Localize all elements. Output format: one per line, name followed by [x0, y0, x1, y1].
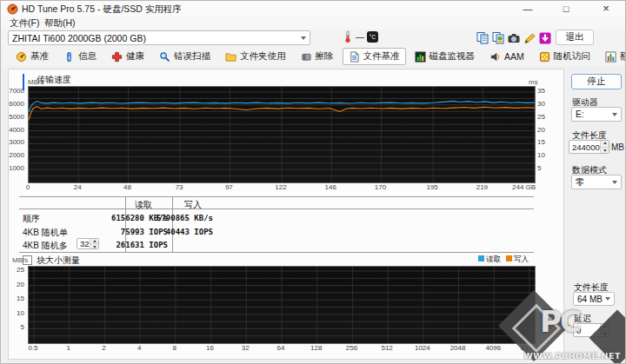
- gauge-icon: [16, 51, 27, 63]
- tab-随机访问[interactable]: 随机访问: [533, 48, 596, 65]
- row-random-single-read: 75993 IOPS: [121, 228, 168, 236]
- chevron-down-icon: [605, 297, 610, 301]
- exit-button[interactable]: 退出: [556, 30, 594, 45]
- tab-健康[interactable]: 健康: [105, 48, 150, 65]
- copy-text-icon[interactable]: [476, 31, 489, 45]
- queue-depth-value: 32: [80, 239, 90, 248]
- tab-label: 健康: [126, 50, 144, 63]
- chart2-plot: [28, 266, 536, 344]
- thermometer-icon: [343, 30, 352, 47]
- block-file-length-value: 64 MB: [577, 295, 603, 304]
- chart1-y-unit: MB/s: [28, 78, 43, 86]
- temperature-unit-badge[interactable]: °C: [367, 31, 378, 43]
- chevron-down-icon: [612, 181, 617, 184]
- file-length-value: 244000: [572, 142, 600, 152]
- chart1-y-axis: 7000600050004000300020001000: [9, 86, 26, 182]
- tab-文件夹使用[interactable]: 文件夹使用: [219, 48, 292, 65]
- chevron-down-icon: [612, 113, 617, 116]
- info-icon: [63, 51, 75, 63]
- benchmark-panel: 传输速度 MB/s ms 700060005000400030002000100…: [8, 69, 564, 360]
- block-file-length-combo[interactable]: 64 MB: [573, 292, 615, 306]
- folder-icon: [225, 51, 236, 63]
- tab-基准[interactable]: 基准: [10, 48, 55, 65]
- extra-chart-icon: [605, 51, 616, 63]
- spin-down-icon: [600, 330, 609, 337]
- menu-help[interactable]: 帮助(H): [43, 17, 77, 30]
- chart1-right-unit: ms: [529, 78, 538, 86]
- camera-icon[interactable]: [507, 31, 521, 45]
- drive-selector-value: ZHITAI Ti600 2000GB (2000 GB): [12, 33, 146, 43]
- row-sequential-write: 5790865 KB/s: [156, 214, 213, 222]
- eraser-icon: [301, 51, 312, 63]
- chart1-right-axis: 3530252015105: [536, 86, 551, 182]
- pencil-icon[interactable]: [523, 31, 536, 45]
- legend-read-swatch: [478, 255, 484, 261]
- download-icon[interactable]: [538, 31, 552, 45]
- drive-combo[interactable]: E:: [571, 107, 622, 122]
- data-pattern-value: 零: [576, 176, 584, 189]
- tab-label: 磁盘监视器: [430, 50, 476, 63]
- magnifier-icon: [159, 51, 170, 63]
- tab-AAM[interactable]: AAM: [483, 49, 530, 65]
- window-title: HD Tune Pro 5.75 - 硬盘/SSD 实用程序: [22, 3, 182, 16]
- minimize-button[interactable]: —: [510, 1, 545, 16]
- chart2-x-axis: 0.512481632641282565121024204840968192: [28, 345, 534, 354]
- dice-icon: [539, 51, 550, 63]
- legend-read-label: 读取: [486, 255, 501, 263]
- tab-错误扫描[interactable]: 错误扫描: [153, 48, 216, 65]
- tab-文件基准[interactable]: 文件基准: [343, 48, 406, 65]
- chart2-y-unit: MB/s: [12, 256, 28, 264]
- file-length-unit: MB: [611, 142, 624, 152]
- chart1-plot: [28, 86, 536, 183]
- tab-label: AAM: [504, 51, 524, 62]
- chart2-y-axis: 252015105: [9, 266, 26, 342]
- drive-selector[interactable]: ZHITAI Ti600 2000GB (2000 GB): [8, 30, 310, 45]
- tab-label: 擦除: [316, 50, 334, 63]
- table-header-read: 读取: [135, 199, 152, 211]
- tab-label: 文件夹使用: [240, 50, 286, 63]
- tab-label: 信息: [78, 50, 97, 63]
- tab-label: 随机访问: [554, 50, 590, 63]
- tab-label: 错误扫描: [174, 50, 210, 63]
- chevron-down-icon: [301, 36, 306, 40]
- table-header-write: 写入: [184, 199, 202, 211]
- speaker-icon: [489, 51, 501, 63]
- temperature-value: —: [356, 32, 364, 42]
- disk-monitor-icon: [415, 51, 426, 63]
- tab-label: 额外测试: [620, 50, 626, 63]
- row-sequential-label: 顺序: [23, 213, 40, 225]
- chart2-legend: 读取 写入: [478, 255, 529, 265]
- maximize-button[interactable]: □: [549, 1, 583, 16]
- row-random-single-label: 4KB 随机单: [23, 227, 68, 239]
- tab-bar: 基准信息健康错误扫描文件夹使用擦除文件基准磁盘监视器AAM随机访问额外测试: [1, 47, 626, 66]
- file-length-spinner[interactable]: 244000: [569, 140, 609, 154]
- title-bar: HD Tune Pro 5.75 - 硬盘/SSD 实用程序 — □ ×: [1, 1, 626, 17]
- toolbar: ZHITAI Ti600 2000GB (2000 GB) — °C 退出: [1, 29, 626, 48]
- tab-信息[interactable]: 信息: [57, 48, 103, 65]
- menu-bar: 文件(F) 帮助(H): [1, 17, 626, 29]
- menu-file[interactable]: 文件(F): [8, 17, 41, 30]
- data-pattern-combo[interactable]: 零: [571, 175, 622, 189]
- file-icon: [349, 51, 360, 63]
- spin-down-icon: [600, 147, 609, 154]
- health-cross-icon: [111, 51, 123, 63]
- tab-label: 文件基准: [363, 50, 400, 63]
- spin-down-icon: [90, 243, 98, 248]
- tab-磁盘监视器[interactable]: 磁盘监视器: [409, 48, 482, 65]
- copy-image-icon[interactable]: [491, 31, 505, 45]
- tab-label: 基准: [30, 50, 49, 63]
- drive-combo-value: E:: [576, 109, 583, 119]
- latency-spinner[interactable]: 0: [573, 323, 609, 337]
- chart1-x-axis: 024487397122146170195219244 GB: [28, 184, 534, 193]
- legend-write-swatch: [506, 255, 512, 261]
- row-random-multi-read: 261631 IOPS: [116, 241, 168, 249]
- tab-额外测试[interactable]: 额外测试: [599, 48, 626, 65]
- queue-depth-spinner[interactable]: 32: [77, 238, 99, 249]
- latency-value: 0: [576, 326, 581, 335]
- block-size-label: 块大小测量: [37, 255, 80, 267]
- tab-擦除[interactable]: 擦除: [295, 48, 340, 65]
- row-random-single-write: 40443 IOPS: [166, 228, 213, 236]
- stop-button[interactable]: 停止: [571, 74, 622, 89]
- legend-write-label: 写入: [514, 255, 529, 263]
- close-button[interactable]: ×: [589, 1, 623, 16]
